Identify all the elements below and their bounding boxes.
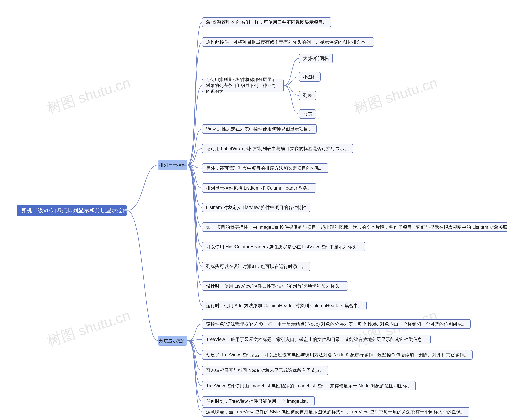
b2-item-0[interactable]: 该控件象“资源管理器”的左侧一样，用于显示结点( Node) 对象的分层列表，每…: [202, 319, 471, 329]
b2-item-5[interactable]: 任何时刻，TreeView 控件只能使用一个 ImageList。: [202, 396, 315, 406]
branch-listview[interactable]: 排列显示控件: [158, 160, 187, 170]
b2-item-6[interactable]: 这意味着，当 TreeView 控件的 Style 属性被设置成显示图像的样式时…: [202, 407, 469, 417]
b1-item-11[interactable]: 设计时，使用 ListView“控件属性”对话框的“列首”选项卡添加列标头。: [202, 281, 348, 291]
b2-item-3[interactable]: 可以编程展开与折回 Node 对象来显示或隐藏所有子节点。: [202, 365, 328, 375]
b1-item-1[interactable]: 通过此控件，可将项目组成带有或不带有列标头的列，并显示伴随的图标和文本。: [202, 37, 374, 47]
view-large-icon[interactable]: 大(标准)图标: [299, 54, 333, 63]
branch-treeview[interactable]: 分层显示控件: [158, 336, 187, 346]
b1-item-7[interactable]: ListItem 对象定义 ListView 控件中项目的各种特性: [202, 203, 310, 212]
b1-item-9[interactable]: 可以使用 HideColumnHeaders 属性决定是否在 ListView …: [202, 242, 365, 252]
b2-item-1[interactable]: TreeView 一般用于显示文档标题、索引入口、磁盘上的文件和目录、或能被有效…: [202, 335, 430, 344]
mindmap-canvas: 树图 shutu.cn 树图 shutu.cn 树图 shutu.cn 树图 s…: [0, 0, 507, 420]
b1-item-10[interactable]: 列标头可以在设计时添加，也可以在运行时添加。: [202, 262, 310, 271]
b1-item-0[interactable]: 象“资源管理器”的右侧一样，可使用四种不同视图显示项目。: [202, 17, 331, 27]
view-list[interactable]: 列表: [299, 91, 316, 100]
b1-item-6[interactable]: 排列显示控件包括 ListItem 和 ColumnHeader 对象。: [202, 183, 316, 193]
b1-item-5[interactable]: 另外，还可管理列表中项目的排序方法和选定项目的外观。: [202, 163, 328, 173]
view-report[interactable]: 报表: [299, 109, 316, 119]
root-node[interactable]: 计算机二级VB知识点排列显示和分层显示控件: [17, 204, 127, 217]
b1-item-8[interactable]: 如： 项目的简要描述、由 ImageList 控件提供的与项目一起出现的图标、附…: [202, 222, 507, 232]
b1-item-3[interactable]: View 属性决定在列表中控件使用何种视图显示项目。: [202, 124, 317, 134]
b2-item-4[interactable]: TreeView 控件使用由 ImageList 属性指定的 ImageList…: [202, 381, 416, 391]
b1-item-4[interactable]: 还可用 LabelWrap 属性控制列表中与项目关联的标签是否可换行显示。: [202, 144, 353, 153]
b1-item-12[interactable]: 运行时，使用 Add 方法添加 ColumnHeader 对象到 ColumnH…: [202, 301, 366, 310]
view-small-icon[interactable]: 小图标: [299, 72, 321, 82]
b2-item-2[interactable]: 创建了 TreeView 控件之后，可以通过设置属性与调用方法对各 Node 对…: [202, 350, 472, 360]
b1-item-2-views-parent[interactable]: 可使用排列显示控件将称作分层显示对象的列表条目组织成下列四种不同的视图之一：: [202, 79, 284, 92]
